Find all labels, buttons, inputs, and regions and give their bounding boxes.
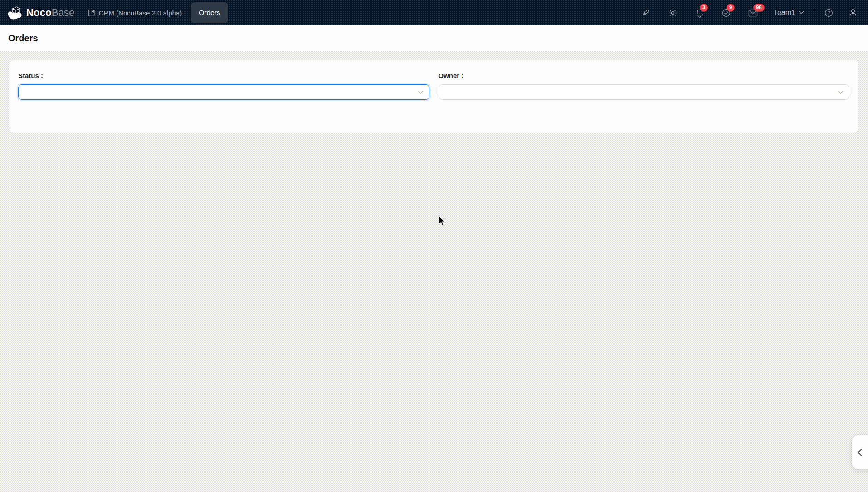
owner-field: Owner : [439, 72, 850, 100]
tab-orders-label: Orders [199, 9, 220, 17]
settings-button[interactable] [668, 8, 678, 18]
tasks-badge: 9 [727, 4, 735, 12]
status-label: Status : [18, 72, 429, 79]
header-divider [814, 10, 814, 16]
status-select[interactable] [18, 84, 429, 100]
messages-badge: 98 [753, 4, 765, 12]
app-selector-crm[interactable]: CRM (NocoBase 2.0 alpha) [81, 0, 188, 25]
user-icon [848, 8, 858, 17]
chevron-left-icon [857, 449, 862, 456]
tasks-button[interactable]: 9 [722, 8, 731, 18]
sidebar-collapse-button[interactable] [852, 435, 868, 469]
gear-icon [668, 8, 678, 18]
page-header: Orders [0, 25, 868, 51]
question-circle-icon: ? [824, 8, 834, 18]
messages-button[interactable]: 98 [748, 8, 758, 18]
logo-text-light: Base [52, 7, 75, 18]
filter-form-card: Status : Owner : [9, 60, 858, 133]
user-button[interactable] [848, 8, 858, 18]
status-field: Status : [18, 72, 429, 100]
mouse-cursor [438, 216, 448, 229]
app-selector-label: CRM (NocoBase 2.0 alpha) [99, 9, 182, 17]
owner-label: Owner : [439, 72, 850, 79]
nocobase-logo-icon [7, 6, 23, 20]
svg-text:?: ? [827, 10, 830, 15]
nocobase-logo[interactable]: NocoBase [0, 6, 81, 20]
team-selector[interactable]: Team1 [774, 9, 804, 17]
nocobase-logo-text: NocoBase [26, 7, 75, 19]
chevron-down-icon [838, 89, 844, 96]
chevron-down-icon [799, 11, 804, 15]
bookmark-icon [88, 9, 95, 17]
chevron-down-icon [418, 89, 424, 96]
highlighter-icon [642, 8, 651, 17]
team-selector-label: Team1 [774, 9, 795, 17]
logo-text-bold: Noco [26, 7, 52, 18]
notifications-badge: 3 [700, 4, 708, 12]
header-actions: 3 9 98 Team1 ? [624, 8, 868, 18]
page-title: Orders [8, 33, 38, 44]
notifications-button[interactable]: 3 [695, 8, 705, 18]
app-header: NocoBase CRM (NocoBase 2.0 alpha) Orders [0, 0, 868, 25]
tab-orders[interactable]: Orders [191, 2, 228, 23]
ui-editor-button[interactable] [641, 8, 651, 18]
help-button[interactable]: ? [824, 8, 834, 18]
owner-select[interactable] [439, 84, 850, 100]
